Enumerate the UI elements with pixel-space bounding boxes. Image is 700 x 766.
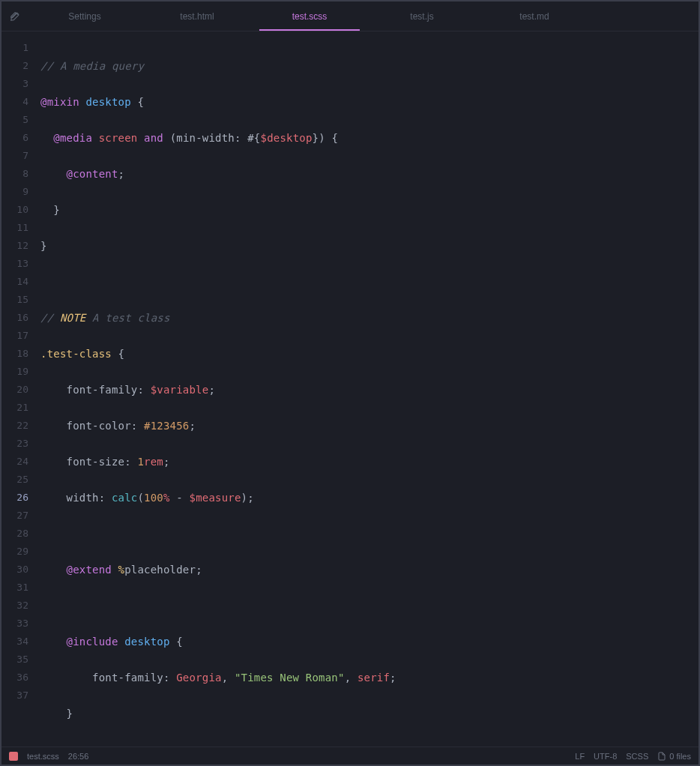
line-number: 11 — [1, 219, 28, 237]
line-number: 28 — [1, 525, 28, 543]
tab-label: test.scss — [292, 11, 328, 22]
line-number: 7 — [1, 147, 28, 165]
line-number: 9 — [1, 183, 28, 201]
line-number: 32 — [1, 597, 28, 615]
tab-label: test.html — [180, 11, 214, 22]
tab-bar: Settings test.html test.scss test.js tes… — [1, 1, 699, 31]
line-number: 22 — [1, 417, 28, 435]
line-number: 31 — [1, 579, 28, 597]
code-area[interactable]: // A media query @mixin desktop { @media… — [34, 31, 699, 747]
line-number: 26 — [1, 489, 28, 507]
line-number: 5 — [1, 111, 28, 129]
line-number: 23 — [1, 435, 28, 453]
line-number: 8 — [1, 165, 28, 183]
line-number: 29 — [1, 543, 28, 561]
tab-test-md[interactable]: test.md — [478, 1, 591, 31]
line-number-gutter: 1234567891011121314151617181920212223242… — [1, 31, 34, 747]
line-number: 13 — [1, 255, 28, 273]
line-number: 25 — [1, 471, 28, 489]
tab-test-js[interactable]: test.js — [366, 1, 478, 31]
line-number: 3 — [1, 75, 28, 93]
line-number: 1 — [1, 39, 28, 57]
line-number: 15 — [1, 291, 28, 309]
line-number: 21 — [1, 399, 28, 417]
line-number: 2 — [1, 57, 28, 75]
line-number: 4 — [1, 93, 28, 111]
line-number: 36 — [1, 669, 28, 687]
line-number: 30 — [1, 561, 28, 579]
settings-icon[interactable] — [1, 1, 28, 31]
line-number: 35 — [1, 651, 28, 669]
line-number: 16 — [1, 309, 28, 327]
line-number: 10 — [1, 201, 28, 219]
line-number: 34 — [1, 633, 28, 651]
modified-indicator-icon — [9, 752, 18, 761]
line-number: 27 — [1, 507, 28, 525]
line-number: 14 — [1, 273, 28, 291]
line-number: 20 — [1, 381, 28, 399]
code-comment: // A media query — [40, 60, 144, 72]
line-number: 33 — [1, 615, 28, 633]
tab-label: test.md — [519, 11, 549, 22]
tab-label: test.js — [410, 11, 433, 22]
line-number: 12 — [1, 237, 28, 255]
line-number: 18 — [1, 345, 28, 363]
tab-settings[interactable]: Settings — [28, 1, 141, 31]
tab-test-scss[interactable]: test.scss — [253, 1, 366, 31]
line-number: 19 — [1, 363, 28, 381]
editor[interactable]: 1234567891011121314151617181920212223242… — [1, 31, 699, 747]
line-number: 37 — [1, 687, 28, 705]
line-number: 6 — [1, 129, 28, 147]
tab-test-html[interactable]: test.html — [141, 1, 253, 31]
line-number: 24 — [1, 453, 28, 471]
line-number: 17 — [1, 327, 28, 345]
tab-label: Settings — [68, 11, 100, 22]
